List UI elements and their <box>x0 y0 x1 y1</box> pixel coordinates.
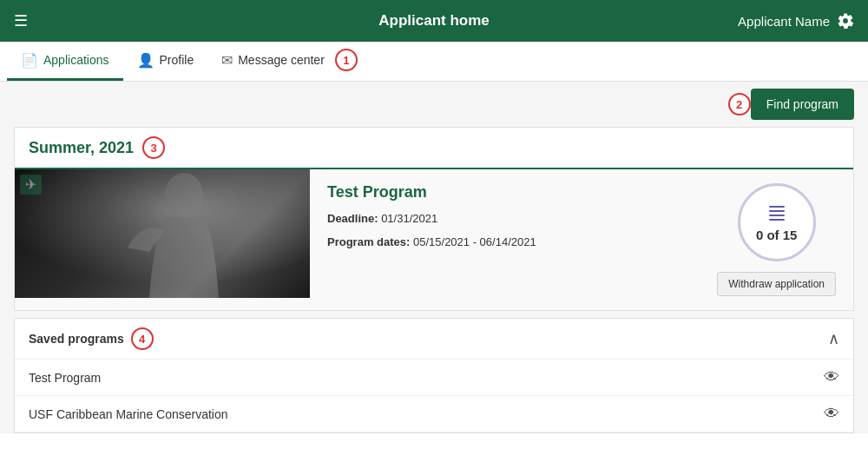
top-bar: ☰ Applicant home Applicant Name <box>0 0 868 42</box>
user-name: Applicant Name <box>738 14 830 29</box>
dates-value: 05/15/2021 - 06/14/2021 <box>413 235 536 248</box>
program-image-inner: ✈ <box>15 169 310 298</box>
saved-programs-title: Saved programs <box>29 332 124 346</box>
svg-rect-5 <box>769 219 785 221</box>
program-image: ✈ <box>15 169 310 298</box>
eye-icon-1[interactable]: 👁 <box>824 368 839 386</box>
user-section: Applicant Name <box>738 12 854 30</box>
program-dates: Program dates: 05/15/2021 - 06/14/2021 <box>327 235 682 248</box>
main-wrapper: 2 Find program Summer, 2021 3 ✈ <box>0 82 868 433</box>
progress-circle: 0 of 15 <box>738 183 816 261</box>
program-section-header: Summer, 2021 3 <box>15 128 853 169</box>
saved-programs-section: Saved programs 4 ∧ Test Program 👁 USF Ca… <box>14 318 854 433</box>
tab-applications[interactable]: 📄 Applications <box>7 42 123 81</box>
step-2-badge: 2 <box>728 93 751 116</box>
find-program-row: 2 Find program <box>0 82 868 127</box>
tab-message-center-label: Message center <box>238 53 325 67</box>
saved-item-name-1: Test Program <box>29 371 101 385</box>
applications-icon: 📄 <box>21 52 38 69</box>
profile-icon: 👤 <box>137 52 155 69</box>
step-1-badge: 1 <box>335 49 358 71</box>
svg-rect-3 <box>769 210 785 212</box>
step-4-badge: 4 <box>131 327 154 350</box>
tab-bar: 📄 Applications 👤 Profile ✉ Message cente… <box>0 42 868 82</box>
hamburger-icon[interactable]: ☰ <box>14 11 28 30</box>
find-program-label: Find program <box>766 97 838 111</box>
program-status-area: 0 of 15 Withdraw application <box>700 169 853 310</box>
gear-icon[interactable] <box>837 12 854 30</box>
statue-svg <box>15 169 310 298</box>
tab-applications-label: Applications <box>43 53 109 67</box>
program-deadline: Deadline: 01/31/2021 <box>327 212 682 225</box>
saved-title-row: Saved programs 4 <box>29 327 154 350</box>
list-item: USF Caribbean Marine Conservation 👁 <box>15 396 853 433</box>
program-section: Summer, 2021 3 ✈ <box>14 127 854 311</box>
tab-message-center[interactable]: ✉ Message center 1 <box>207 42 372 81</box>
deadline-label: Deadline: <box>327 212 378 225</box>
find-program-button[interactable]: Find program <box>751 89 854 120</box>
app-title: Applicant home <box>378 12 490 30</box>
list-icon-svg <box>766 202 787 223</box>
tab-profile-label: Profile <box>160 53 194 67</box>
saved-programs-header[interactable]: Saved programs 4 ∧ <box>15 319 853 360</box>
saved-item-name-2: USF Caribbean Marine Conservation <box>29 407 228 421</box>
step-3-badge: 3 <box>142 136 165 159</box>
dates-label: Program dates: <box>327 235 410 248</box>
withdraw-button[interactable]: Withdraw application <box>717 272 836 296</box>
program-info: Test Program Deadline: 01/31/2021 Progra… <box>310 169 700 310</box>
program-card: ✈ <box>15 169 853 310</box>
list-item: Test Program 👁 <box>15 360 853 396</box>
svg-rect-4 <box>769 215 785 216</box>
chevron-up-icon: ∧ <box>828 329 839 348</box>
progress-text: 0 of 15 <box>756 228 798 242</box>
svg-rect-2 <box>769 206 785 208</box>
program-name: Test Program <box>327 183 682 201</box>
section-title: Summer, 2021 <box>29 139 134 157</box>
progress-list-icon <box>766 202 787 228</box>
deadline-value: 01/31/2021 <box>381 212 437 225</box>
svg-point-1 <box>165 173 203 218</box>
eye-icon-2[interactable]: 👁 <box>824 405 839 423</box>
tab-profile[interactable]: 👤 Profile <box>123 42 208 81</box>
message-icon: ✉ <box>221 52 233 69</box>
